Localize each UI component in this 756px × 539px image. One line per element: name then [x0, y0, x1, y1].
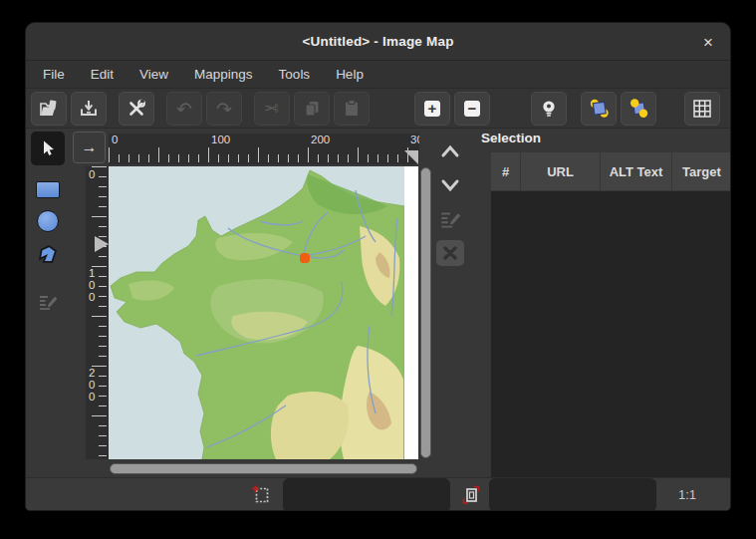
edit-area-button[interactable]	[436, 206, 464, 232]
horizontal-ruler: 0 100 200 300	[109, 134, 419, 164]
chevron-down-icon	[439, 176, 461, 194]
circle-shape-icon	[37, 210, 59, 232]
v-ruler-label-100: 100	[89, 267, 98, 303]
redo-icon: ↷	[216, 98, 232, 120]
paris-marker-dot	[300, 253, 310, 263]
copy-icon	[302, 99, 322, 119]
selection-table-header: # URL ALT Text Target	[491, 152, 730, 190]
image-canvas[interactable]	[109, 166, 418, 459]
copy-button[interactable]	[294, 92, 330, 126]
edit-pencil-icon	[438, 207, 462, 231]
menu-help[interactable]: Help	[323, 63, 377, 86]
move-to-front-icon	[589, 98, 610, 119]
window-title: <Untitled> - Image Map	[302, 34, 453, 49]
h-ruler-position-marker	[404, 150, 418, 164]
move-area-up-button[interactable]	[436, 138, 464, 164]
send-to-back-button[interactable]	[621, 92, 656, 126]
column-header-number[interactable]: #	[491, 152, 521, 190]
v-ruler-position-marker	[95, 236, 109, 252]
save-button[interactable]	[71, 92, 107, 126]
polygon-tool-button[interactable]	[31, 237, 65, 271]
rectangle-shape-icon	[36, 181, 60, 198]
h-ruler-label-100: 100	[211, 134, 230, 145]
v-ruler-label-200: 200	[89, 367, 98, 403]
delete-area-button[interactable]	[436, 240, 464, 266]
selection-table-body[interactable]	[491, 191, 730, 477]
titlebar[interactable]: <Untitled> - Image Map ×	[26, 23, 730, 61]
close-icon: ×	[703, 34, 713, 51]
save-icon	[79, 100, 99, 118]
circle-tool-button[interactable]	[31, 204, 65, 238]
arrow-select-tool-button[interactable]	[31, 132, 65, 165]
zoom-in-icon: +	[428, 101, 437, 116]
move-area-down-button[interactable]	[436, 172, 464, 198]
column-header-alttext[interactable]: ALT Text	[601, 152, 672, 190]
h-ruler-major-ticks	[109, 147, 419, 162]
menu-tools[interactable]: Tools	[266, 63, 324, 86]
cut-scissors-icon: ✂	[264, 98, 279, 119]
grid-button[interactable]	[684, 92, 720, 126]
dimensions-icon	[461, 485, 481, 505]
preferences-button[interactable]	[119, 92, 154, 126]
edit-area-info-tool-button[interactable]	[31, 285, 65, 319]
main-area: → 0 100 200 300 0 100 200	[26, 129, 730, 477]
toolbar: ↶ ↷ ✂ + −	[26, 89, 730, 129]
imagemap-window: <Untitled> - Image Map × File Edit View …	[25, 22, 731, 511]
grid-icon	[692, 99, 712, 119]
edit-pencil-icon	[37, 291, 59, 313]
france-map-image[interactable]	[109, 166, 404, 459]
statusbar: 1:1	[26, 477, 730, 511]
menu-edit[interactable]: Edit	[78, 63, 126, 86]
tools-wrench-icon	[126, 99, 146, 119]
send-to-back-icon	[629, 98, 649, 119]
vertical-ruler: 0 100 200	[86, 166, 109, 459]
close-button[interactable]: ×	[696, 30, 720, 54]
ruler-origin-button[interactable]: →	[73, 132, 106, 163]
arrow-cursor-icon	[38, 138, 58, 158]
paste-clipboard-icon	[342, 99, 362, 119]
selection-table: # URL ALT Text Target	[491, 152, 730, 477]
vertical-scrollbar[interactable]	[420, 167, 431, 458]
column-header-target[interactable]: Target	[672, 152, 730, 190]
undo-icon: ↶	[176, 98, 192, 120]
menu-mappings[interactable]: Mappings	[181, 63, 266, 86]
zoom-ratio-label: 1:1	[678, 487, 696, 502]
v-ruler-label-0: 0	[89, 168, 98, 180]
selection-panel-title: Selection	[481, 131, 541, 145]
delete-x-icon	[440, 243, 460, 263]
cursor-position-icon	[252, 485, 271, 505]
open-file-icon	[39, 100, 59, 118]
cut-button[interactable]: ✂	[254, 92, 290, 126]
polygon-shape-icon	[37, 243, 59, 265]
zoom-out-button[interactable]: −	[454, 92, 490, 126]
h-ruler-label-200: 200	[311, 134, 330, 145]
area-list-toggle-button[interactable]	[531, 92, 567, 126]
h-ruler-label-0: 0	[112, 134, 118, 145]
h-ruler-label-300: 300	[410, 134, 419, 145]
v-ruler-major-ticks	[92, 166, 107, 459]
open-button[interactable]	[31, 92, 67, 126]
rectangle-tool-button[interactable]	[31, 172, 65, 206]
move-to-front-button[interactable]	[581, 92, 617, 126]
menu-view[interactable]: View	[126, 63, 181, 86]
menubar: File Edit View Mappings Tools Help	[26, 61, 730, 89]
zoom-out-icon: −	[468, 101, 477, 116]
zoom-in-button[interactable]: +	[414, 92, 450, 126]
dimensions-field	[489, 478, 656, 511]
horizontal-scrollbar[interactable]	[110, 463, 417, 474]
lightbulb-icon	[539, 99, 559, 119]
cursor-position-field	[283, 478, 450, 511]
undo-button[interactable]: ↶	[166, 92, 202, 126]
chevron-up-icon	[439, 142, 461, 160]
redo-button[interactable]: ↷	[206, 92, 242, 126]
paste-button[interactable]	[334, 92, 370, 126]
menu-file[interactable]: File	[30, 63, 78, 86]
column-header-url[interactable]: URL	[521, 152, 601, 190]
arrow-right-icon: →	[82, 138, 98, 156]
